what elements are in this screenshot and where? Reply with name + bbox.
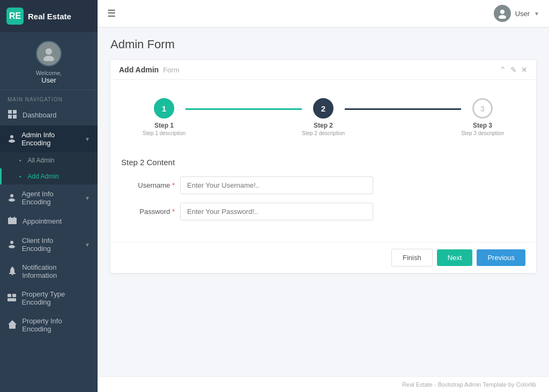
- sidebar-item-appointment[interactable]: Appointment: [0, 211, 98, 231]
- client-icon: [8, 240, 17, 250]
- sidebar-item-notification[interactable]: Notification Information: [0, 258, 98, 285]
- topbar-avatar: [494, 5, 511, 22]
- client-info-label: Client Info Encoding: [22, 236, 79, 253]
- sidebar-item-property-type[interactable]: Property Type Encoding: [0, 285, 98, 312]
- step-3-label: Step 3: [473, 122, 492, 129]
- svg-point-22: [499, 15, 506, 19]
- admin-info-submenu: All Admin Add Admin: [0, 152, 98, 184]
- page-body: Admin Form Add Admin Form ⌃ ✎ ✕ 1 Step 1: [98, 27, 549, 376]
- svg-rect-4: [8, 115, 12, 119]
- username-required: *: [172, 181, 175, 189]
- step-content-title: Step 2 Content: [121, 158, 525, 167]
- svg-rect-5: [13, 115, 17, 119]
- username-label: Username *: [121, 181, 175, 189]
- main-content: ☰ User ▼ Admin Form Add Admin Form ⌃ ✎ ✕: [98, 0, 549, 392]
- password-input[interactable]: [180, 203, 373, 220]
- next-button[interactable]: Next: [437, 249, 473, 266]
- sidebar-item-admin-info[interactable]: Admin Info Encoding ▼: [0, 125, 98, 152]
- card-close-icon[interactable]: ✕: [521, 65, 528, 74]
- notification-label: Notification Information: [22, 263, 90, 279]
- svg-point-7: [9, 139, 15, 143]
- brand: RE Real Estate: [0, 0, 98, 32]
- sidebar-user: Welcome, User: [0, 32, 98, 90]
- step-1-circle: 1: [154, 98, 174, 119]
- card-header-title: Add Admin: [119, 65, 159, 74]
- step-2: 2 Step 2 Step 2 description: [302, 98, 345, 136]
- dashboard-icon: [8, 110, 17, 120]
- card-header-actions: ⌃ ✎ ✕: [500, 65, 528, 74]
- topbar-username: User: [515, 10, 530, 18]
- card-edit-icon[interactable]: ✎: [510, 65, 517, 74]
- topbar: ☰ User ▼: [98, 0, 549, 27]
- svg-point-14: [9, 245, 15, 248]
- svg-rect-12: [14, 217, 15, 219]
- topbar-caret-icon: ▼: [534, 11, 539, 17]
- property-info-label: Property Info Encoding: [22, 317, 90, 333]
- password-required: *: [172, 208, 175, 216]
- stepper: 1 Step 1 Step 1 description 2 Step 2 Ste…: [121, 93, 525, 142]
- agent-icon: [8, 193, 17, 203]
- svg-point-0: [46, 48, 52, 55]
- sidebar-item-dashboard[interactable]: Dashboard: [0, 105, 98, 125]
- step-2-circle: 2: [313, 98, 333, 119]
- previous-button[interactable]: Previous: [477, 249, 525, 266]
- footer-text: Real Estate - Bootstrap Admin Template b…: [402, 381, 536, 388]
- step-3: 3 Step 3 Step 3 description: [461, 98, 504, 136]
- brand-icon: RE: [6, 8, 24, 25]
- svg-rect-16: [8, 294, 11, 297]
- card-collapse-icon[interactable]: ⌃: [500, 65, 506, 74]
- svg-point-9: [9, 198, 15, 202]
- svg-point-8: [10, 194, 13, 197]
- step-2-label: Step 2: [314, 122, 333, 129]
- svg-rect-2: [8, 110, 12, 114]
- sidebar: RE Real Estate Welcome, User MAIN NAVIGA…: [0, 0, 98, 392]
- property-type-label: Property Type Encoding: [22, 290, 90, 306]
- svg-rect-3: [13, 110, 17, 114]
- username-input[interactable]: [180, 176, 373, 194]
- admin-info-label: Admin Info Encoding: [21, 131, 79, 147]
- card-header: Add Admin Form ⌃ ✎ ✕: [110, 60, 536, 80]
- sidebar-item-add-admin[interactable]: Add Admin: [0, 168, 98, 184]
- step-line-2: [345, 108, 461, 110]
- password-label: Password *: [121, 208, 175, 216]
- property-type-icon: [8, 294, 17, 303]
- step-1-label: Step 1: [154, 122, 174, 129]
- svg-rect-18: [8, 298, 16, 301]
- svg-point-21: [500, 10, 505, 14]
- sidebar-item-agent-info[interactable]: Agent Info Encoding ▼: [0, 184, 98, 211]
- svg-rect-11: [10, 217, 11, 219]
- admin-info-arrow: ▼: [85, 136, 90, 142]
- sidebar-item-all-admin[interactable]: All Admin: [0, 152, 98, 168]
- sidebar-item-client-info[interactable]: Client Info Encoding ▼: [0, 231, 98, 258]
- card-body: 1 Step 1 Step 1 description 2 Step 2 Ste…: [110, 80, 536, 242]
- appointment-icon: [8, 217, 17, 226]
- admin-form-card: Add Admin Form ⌃ ✎ ✕ 1 Step 1 Step 1 des…: [110, 60, 536, 273]
- admin-icon: [8, 134, 16, 144]
- step-3-circle: 3: [472, 98, 493, 119]
- card-header-subtitle: Form: [163, 66, 179, 74]
- step-3-desc: Step 3 description: [461, 130, 504, 136]
- agent-info-arrow: ▼: [85, 195, 90, 201]
- password-group: Password *: [121, 203, 525, 220]
- avatar: [36, 41, 62, 66]
- hamburger-icon[interactable]: ☰: [107, 8, 116, 19]
- appointment-label: Appointment: [23, 217, 62, 225]
- sidebar-item-property-info[interactable]: Property Info Encoding: [0, 312, 98, 338]
- step-1: 1 Step 1 Step 1 description: [143, 98, 186, 136]
- nav-label: MAIN NAVIGATION: [0, 90, 98, 105]
- svg-point-6: [10, 135, 13, 138]
- finish-button[interactable]: Finish: [391, 249, 433, 267]
- brand-name: Real Estate: [28, 12, 71, 21]
- svg-rect-17: [12, 294, 16, 297]
- property-info-icon: [8, 320, 17, 330]
- notification-icon: [8, 267, 17, 277]
- svg-point-1: [43, 56, 54, 61]
- client-info-arrow: ▼: [85, 242, 90, 248]
- svg-rect-10: [8, 218, 17, 224]
- topbar-right[interactable]: User ▼: [494, 5, 539, 22]
- page-title: Admin Form: [110, 38, 536, 51]
- topbar-left: ☰: [107, 8, 116, 19]
- username-group: Username *: [121, 176, 525, 194]
- agent-info-label: Agent Info Encoding: [22, 190, 80, 206]
- sidebar-username: User: [41, 76, 56, 84]
